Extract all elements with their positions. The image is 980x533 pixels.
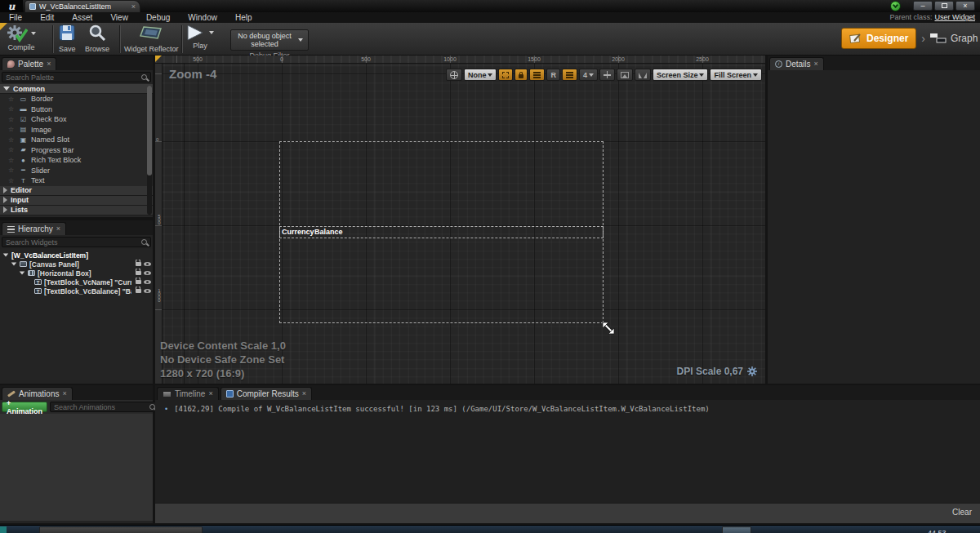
asset-tab[interactable]: W_VcBalanceListItem × [24,0,140,12]
palette-section-common[interactable]: Common [0,84,153,94]
palette-tab[interactable]: Palette × [2,57,56,70]
lock-icon[interactable] [136,280,141,284]
details-tab-close-icon[interactable]: × [814,60,818,68]
menu-window[interactable]: Window [179,13,226,22]
preview-background-button[interactable] [617,69,633,81]
animations-search-input[interactable] [54,403,149,411]
balance-text-widget[interactable]: Balance [314,228,343,236]
hierarchy-search-input[interactable] [6,238,141,247]
add-animation-button[interactable]: + Animation [2,402,47,412]
localization-preview-button[interactable] [446,69,462,81]
palette-item-image[interactable]: ☆▤Image [0,125,153,135]
menu-file[interactable]: File [0,13,31,22]
tree-node-root[interactable]: [W_VcBalanceListItem] [0,251,153,260]
favorite-star-icon[interactable]: ☆ [8,167,16,174]
lock-icon[interactable] [136,289,141,293]
asset-tab-close-icon[interactable]: × [131,3,136,11]
grid-snap-size-button[interactable]: 4 [579,69,598,81]
maximize-button[interactable] [934,1,954,11]
palette-item-checkbox[interactable]: ☆☑Check Box [0,114,153,125]
favorite-star-icon[interactable]: ☆ [8,177,16,184]
compile-button[interactable]: Compile [7,24,36,54]
close-button[interactable]: × [956,1,975,11]
favorite-star-icon[interactable]: ☆ [8,126,16,133]
browse-button[interactable]: Browse [85,24,109,54]
details-tab[interactable]: i Details × [769,57,824,70]
palette-search-input[interactable] [6,73,141,82]
compiler-results-tab-close-icon[interactable]: × [302,390,306,398]
compiler-log-viewport[interactable]: • [4162,29] Compile of W_VcBalanceListIt… [155,400,980,503]
save-button[interactable]: Save [59,24,76,54]
clear-log-button[interactable]: Clear [952,508,972,517]
favorite-star-icon[interactable]: ☆ [8,146,16,153]
taskbar-start-icon[interactable] [0,526,7,533]
tree-node-textblock-vcbalance[interactable]: T [TextBlock_VcBalance] "Balance [0,286,153,295]
visibility-eye-icon[interactable] [144,262,151,266]
expanded-arrow-icon[interactable] [11,263,16,266]
outline-toggle-button[interactable] [498,69,513,81]
collapsed-arrow-icon[interactable] [3,207,7,213]
widget-reflector-button[interactable]: Widget Reflector [124,24,178,54]
palette-item-named-slot[interactable]: ☆▣Named Slot [0,135,153,145]
hierarchy-search[interactable] [2,237,151,247]
anchor-tool-button[interactable] [599,69,615,81]
parent-class-value[interactable]: User Widget [934,13,975,21]
palette-item-slider[interactable]: ☆━Slider [0,166,153,176]
collapsed-arrow-icon[interactable] [3,187,7,193]
screen-size-button[interactable]: Screen Size [653,69,709,81]
timeline-tab[interactable]: Timeline × [157,387,219,400]
lock-icon[interactable] [136,262,141,266]
hierarchy-tab-close-icon[interactable]: × [56,225,60,233]
resize-cursor-icon[interactable] [602,322,615,335]
visibility-eye-icon[interactable] [144,289,151,293]
favorite-star-icon[interactable]: ☆ [8,95,16,103]
designer-mode-button[interactable]: Designer [841,28,916,49]
palette-item-progress-bar[interactable]: ☆▰Progress Bar [0,145,153,156]
lock-icon[interactable] [136,271,141,275]
expanded-arrow-icon[interactable] [3,87,10,91]
unreal-logo-icon[interactable]: u [0,0,23,12]
taskbar-tray-item[interactable] [722,526,751,533]
collapsed-arrow-icon[interactable] [3,197,7,203]
source-control-status-icon[interactable] [890,1,901,11]
palette-item-button[interactable]: ☆▬Button [0,104,153,115]
play-button[interactable]: Play [186,24,214,54]
favorite-star-icon[interactable]: ☆ [8,116,16,123]
dpi-settings-gear-icon[interactable] [747,366,757,376]
raw-edit-button[interactable]: R [546,69,560,81]
expanded-arrow-icon[interactable] [3,254,8,257]
palette-search[interactable] [2,72,151,82]
palette-section-lists[interactable]: Lists [0,206,153,215]
play-options-caret-icon[interactable] [209,31,214,34]
favorite-star-icon[interactable]: ☆ [8,105,16,113]
palette-section-input[interactable]: Input [0,196,153,206]
debug-object-combo[interactable]: No debug object selected [230,29,309,51]
tree-node-canvas-panel[interactable]: [Canvas Panel] [0,260,153,269]
tree-node-horizontal-box[interactable]: [Horizontal Box] [0,269,153,278]
menu-debug[interactable]: Debug [137,13,179,22]
respect-locks-button[interactable] [529,69,545,81]
menu-view[interactable]: View [101,13,137,22]
fill-screen-button[interactable]: Fill Screen [710,69,762,81]
menu-asset[interactable]: Asset [63,13,101,22]
hierarchy-tab[interactable]: Hierarchy × [2,222,66,235]
palette-section-editor[interactable]: Editor [0,186,153,196]
taskbar-window-button[interactable] [39,526,203,533]
palette-item-rich-text-block[interactable]: ☆●Rich Text Block [0,155,153,166]
lock-widgets-button[interactable] [514,69,528,81]
visibility-eye-icon[interactable] [144,271,151,275]
compiler-results-tab[interactable]: Compiler Results × [220,387,312,400]
preview-none-button[interactable]: None [464,69,497,81]
tree-node-textblock-vcname[interactable]: T [TextBlock_VcName] "Currency [0,278,153,286]
menu-edit[interactable]: Edit [31,13,63,22]
palette-scrollbar[interactable] [147,86,152,215]
currency-text-widget[interactable]: Currency [282,228,314,236]
favorite-star-icon[interactable]: ☆ [8,136,16,144]
animations-search[interactable] [50,402,159,412]
animations-tab-close-icon[interactable]: × [62,390,66,398]
palette-item-text[interactable]: ☆TText [0,175,153,186]
palette-item-border[interactable]: ☆▭Border [0,94,153,104]
grid-snap-toggle-button[interactable] [562,69,577,81]
menu-help[interactable]: Help [226,13,261,22]
graph-mode-button[interactable]: Graph [930,33,978,44]
